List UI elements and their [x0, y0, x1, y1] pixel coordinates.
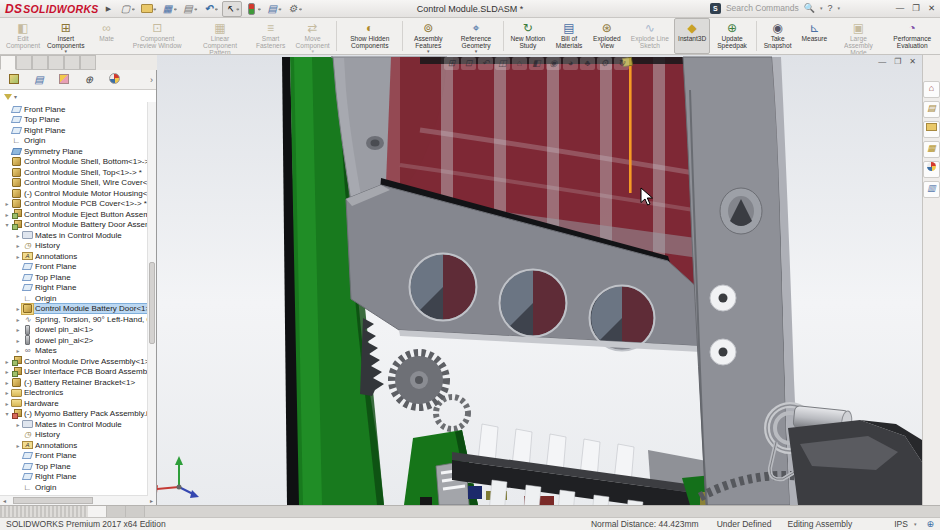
ribbon-button-smart-fasteners[interactable]: Smart Fasteners [250, 18, 291, 54]
ribbon-button-mate[interactable]: Mate [89, 18, 125, 54]
display-manager-button[interactable] [102, 71, 126, 89]
doc-minimize-button[interactable]: — [878, 57, 886, 66]
ribbon-button-instant3d[interactable]: Instant3D [674, 18, 710, 54]
dropdown-caret-icon[interactable]: ▾ [215, 6, 218, 12]
tree-item[interactable]: ▾ (-) Myomo Battery Pack Assembly.iam<1> [0, 409, 156, 420]
doc-tab-model[interactable] [88, 506, 107, 517]
expand-arrow-icon[interactable] [3, 138, 11, 144]
dimxpert-manager-button[interactable] [77, 71, 101, 89]
tree-item[interactable]: ▸ Mates in Control Module [0, 419, 156, 430]
toolbar-flyout-arrow[interactable]: ▶ [106, 5, 111, 13]
tree-item[interactable]: ▸ User Interface PCB Board Assembly<1> [0, 367, 156, 378]
tree-item[interactable]: Control Module Shell, Wire Cover<1>-> * [0, 178, 156, 189]
search-commands[interactable]: S Search Commands 🔍▾ ?▾ [710, 3, 840, 14]
appearances-button[interactable] [923, 161, 940, 178]
ribbon-button-new-motion-study[interactable]: New Motion Study [506, 18, 550, 54]
expand-arrow-icon[interactable]: ▸ [14, 253, 22, 260]
dropdown-caret-icon[interactable]: ▾ [475, 49, 478, 53]
tree-item[interactable]: ▸ dowel pin_ai<2> [0, 335, 156, 346]
tree-item[interactable]: ▸ Mates [0, 346, 156, 357]
expand-arrow-icon[interactable]: ▸ [14, 232, 22, 239]
doc-tab-3d-views[interactable] [107, 506, 126, 517]
expand-arrow-icon[interactable] [3, 169, 11, 175]
tree-item[interactable]: ▾ Control Module Battery Door Assembly<1… [0, 220, 156, 231]
doc-tab-motion-study-1[interactable] [126, 506, 145, 517]
dropdown-caret-icon[interactable]: ▾ [174, 6, 177, 12]
tree-item[interactable]: Front Plane [0, 451, 156, 462]
tree-item[interactable]: Control Module Shell, Top<1>-> * [0, 167, 156, 178]
tree-item[interactable]: Origin [0, 293, 156, 304]
tab-solidworks-mbd[interactable] [80, 55, 96, 70]
tree-item[interactable]: Top Plane [0, 115, 156, 126]
panel-tabs-overflow-icon[interactable]: › [150, 75, 153, 85]
expand-arrow-icon[interactable]: ▸ [14, 305, 22, 312]
tree-item[interactable]: Origin [0, 482, 156, 493]
expand-arrow-icon[interactable]: ▸ [3, 379, 11, 386]
tree-item[interactable]: ▸ Electronics [0, 388, 156, 399]
dropdown-caret-icon[interactable]: ▾ [279, 6, 282, 12]
expand-arrow-icon[interactable] [3, 117, 11, 123]
filter-caret-icon[interactable]: ▾ [14, 93, 17, 100]
units-selector[interactable]: IPS [894, 519, 908, 529]
select-button[interactable]: ▾ [222, 1, 243, 17]
tree-item[interactable]: Top Plane [0, 272, 156, 283]
expand-arrow-icon[interactable]: ▸ [3, 200, 11, 207]
expand-arrow-icon[interactable] [14, 453, 22, 459]
scrollbar-thumb[interactable] [149, 262, 155, 344]
apply-scene-button[interactable] [580, 57, 595, 70]
editing-mode-status[interactable]: Editing Assembly [788, 519, 853, 529]
ribbon-button-measure[interactable]: Measure [796, 18, 832, 54]
zoom-to-fit-button[interactable] [444, 57, 459, 70]
minimize-button[interactable]: — [896, 3, 905, 13]
expand-arrow-icon[interactable] [14, 474, 22, 480]
expand-arrow-icon[interactable]: ▸ [14, 337, 22, 344]
ribbon-button-exploded-view[interactable]: Exploded View [588, 18, 625, 54]
ribbon-button-take-snapshot[interactable]: Take Snapshot [759, 18, 796, 54]
expand-arrow-icon[interactable] [14, 264, 22, 270]
tree-item[interactable]: ▸ Control Module PCB Cover<1>-> * [0, 199, 156, 210]
expand-arrow-icon[interactable]: ▸ [14, 326, 22, 333]
expand-arrow-icon[interactable] [3, 190, 11, 196]
ribbon-button-show-hidden-components[interactable]: Show Hidden Components [339, 18, 400, 54]
scroll-left-icon[interactable]: ◂ [0, 497, 9, 504]
tree-item[interactable]: ▸ Annotations [0, 251, 156, 262]
solidworks-resources-button[interactable] [923, 81, 940, 98]
expand-arrow-icon[interactable] [3, 180, 11, 186]
expand-arrow-icon[interactable] [14, 432, 22, 438]
section-view-button[interactable] [495, 57, 510, 70]
tree-item[interactable]: ▸ History [0, 241, 156, 252]
rotate-view-button[interactable] [614, 57, 629, 70]
expand-arrow-icon[interactable]: ▸ [3, 358, 11, 365]
model-bottom-housing[interactable] [788, 420, 922, 505]
tab-layout[interactable] [16, 55, 32, 70]
tree-item[interactable]: ▸ Mates in Control Module [0, 230, 156, 241]
expand-arrow-icon[interactable]: ▸ [14, 442, 22, 449]
expand-arrow-icon[interactable]: ▾ [3, 410, 11, 417]
tree-item[interactable]: ▸ Spring, Torsion, 90° Left-Hand, 0.386 … [0, 314, 156, 325]
display-style-button[interactable] [529, 57, 544, 70]
expand-arrow-icon[interactable]: ▸ [3, 400, 11, 407]
options-button[interactable]: ▾ [285, 2, 304, 16]
dropdown-caret-icon[interactable]: ▾ [195, 6, 198, 12]
undo-button[interactable]: ▾ [201, 2, 220, 16]
view-palette-button[interactable] [923, 141, 940, 158]
expand-arrow-icon[interactable]: ▸ [14, 421, 22, 428]
tree-item[interactable]: Control Module Shell, Bottom<1>-> * [0, 157, 156, 168]
tree-item[interactable]: Right Plane [0, 283, 156, 294]
filter-icon[interactable] [4, 94, 12, 100]
tree-item[interactable]: Top Plane [0, 461, 156, 472]
tree-item[interactable]: Front Plane [0, 262, 156, 273]
tree-item[interactable]: ▸ (-) Battery Retainer Bracket<1> [0, 377, 156, 388]
search-icon[interactable]: 🔍 [804, 3, 815, 13]
tree-item[interactable]: Front Plane [0, 104, 156, 115]
ribbon-button-explode-line-sketch[interactable]: Explode Line Sketch [626, 18, 675, 54]
dropdown-caret-icon[interactable]: ▾ [299, 6, 302, 12]
expand-arrow-icon[interactable] [14, 274, 22, 280]
ribbon-button-linear-component-pattern[interactable]: Linear Component Pattern ▾ [190, 18, 250, 54]
rebuild-button[interactable]: ▾ [244, 2, 263, 16]
ribbon-button-move-component[interactable]: Move Component ▾ [291, 18, 334, 54]
new-button[interactable]: ▾ [118, 2, 137, 16]
view-settings-button[interactable] [597, 57, 612, 70]
tree-vertical-scrollbar[interactable] [147, 102, 156, 496]
expand-arrow-icon[interactable] [3, 127, 11, 133]
